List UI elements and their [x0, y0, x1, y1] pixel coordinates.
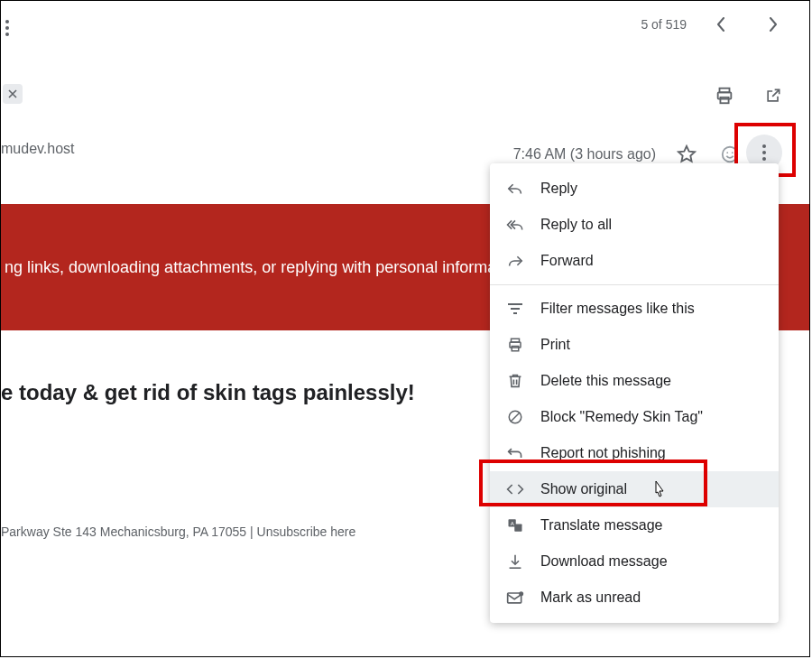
svg-point-7 — [726, 152, 728, 153]
svg-point-9 — [762, 144, 766, 148]
menu-item-label: Download message — [540, 553, 668, 570]
svg-text:A: A — [511, 521, 514, 526]
menu-item-label: Filter messages like this — [540, 301, 695, 317]
footer-line: Parkway Ste 143 Mechanicsburg, PA 17055 … — [1, 524, 355, 539]
forward-icon — [506, 252, 524, 270]
code-icon — [506, 480, 524, 498]
trash-icon — [506, 372, 524, 390]
filter-icon — [506, 300, 524, 318]
block-icon — [506, 408, 524, 426]
body-headline: e today & get rid of skin tags painlessl… — [1, 380, 415, 405]
menu-download[interactable]: Download message — [490, 543, 779, 580]
menu-item-label: Reply — [540, 181, 577, 197]
menu-filter[interactable]: Filter messages like this — [490, 291, 779, 327]
reply-icon — [506, 180, 524, 198]
close-chip[interactable] — [3, 84, 23, 104]
download-icon — [506, 552, 524, 571]
menu-show-original[interactable]: Show original — [490, 471, 779, 507]
mark-unread-icon — [506, 589, 524, 607]
print-icon — [506, 336, 524, 354]
menu-item-label: Reply to all — [540, 217, 612, 233]
undo-icon — [506, 444, 524, 462]
menu-translate[interactable]: A Translate message — [490, 507, 779, 543]
pagination-counter: 5 of 519 — [641, 17, 687, 32]
menu-mark-unread[interactable]: Mark as unread — [490, 580, 779, 616]
menu-item-label: Delete this message — [540, 373, 671, 389]
menu-print[interactable]: Print — [490, 327, 779, 363]
svg-point-11 — [762, 157, 766, 161]
menu-reply[interactable]: Reply — [490, 171, 779, 207]
warning-banner-text: ng links, downloading attachments, or re… — [5, 258, 496, 277]
prev-button[interactable] — [703, 6, 739, 42]
translate-icon: A — [506, 516, 524, 534]
more-menu: Reply Reply to all Forward Filter messag… — [490, 163, 779, 623]
menu-item-label: Forward — [540, 253, 594, 269]
menu-divider — [490, 284, 779, 285]
svg-rect-17 — [514, 524, 521, 532]
message-time: 7:46 AM (3 hours ago) — [513, 146, 656, 162]
svg-point-0 — [5, 20, 9, 23]
menu-item-label: Block "Remedy Skin Tag" — [540, 409, 703, 425]
print-icon[interactable] — [706, 78, 743, 114]
reply-all-icon — [506, 216, 524, 234]
menu-item-label: Translate message — [540, 517, 662, 534]
sender-domain: mudev.host — [1, 141, 75, 157]
menu-reply-all[interactable]: Reply to all — [490, 207, 779, 243]
menu-item-label: Report not phishing — [540, 445, 666, 461]
next-button[interactable] — [755, 6, 791, 42]
open-new-window-icon[interactable] — [755, 78, 791, 114]
svg-point-10 — [762, 151, 766, 154]
svg-point-1 — [5, 26, 9, 30]
svg-point-20 — [519, 591, 523, 596]
menu-block[interactable]: Block "Remedy Skin Tag" — [490, 399, 779, 435]
svg-point-2 — [5, 32, 9, 36]
menu-forward[interactable]: Forward — [490, 243, 779, 279]
menu-item-label: Print — [540, 337, 570, 353]
menu-report-not-phishing[interactable]: Report not phishing — [490, 435, 779, 471]
menu-item-label: Show original — [540, 481, 627, 497]
menu-delete[interactable]: Delete this message — [490, 363, 779, 399]
left-kebab-icon[interactable] — [1, 17, 14, 39]
svg-point-8 — [732, 152, 734, 153]
menu-item-label: Mark as unread — [540, 589, 641, 606]
